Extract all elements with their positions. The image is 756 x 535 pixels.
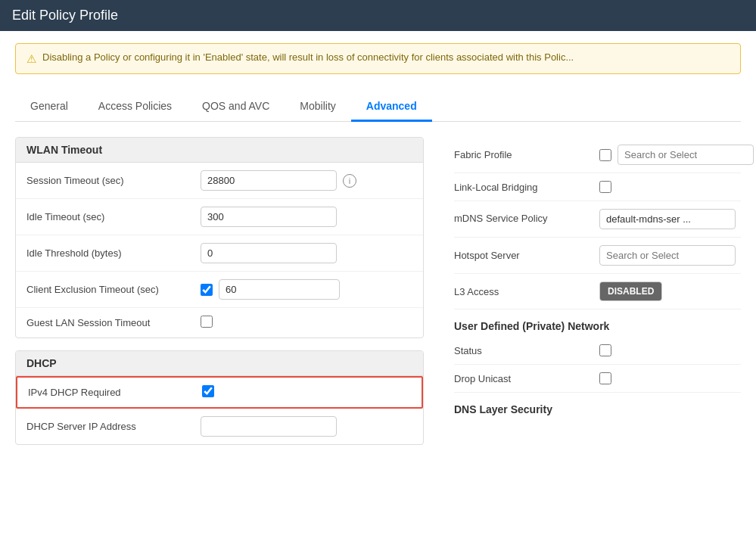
- dns-layer-security-title: DNS Layer Security: [454, 396, 741, 420]
- dhcp-server-ip-label: DHCP Server IP Address: [26, 421, 193, 432]
- idle-timeout-input[interactable]: [201, 207, 337, 227]
- ipv4-dhcp-label: IPv4 DHCP Required: [28, 387, 194, 398]
- toggle-disabled-side[interactable]: DISABLED: [600, 282, 661, 300]
- udp-status-row: Status: [454, 337, 741, 365]
- session-timeout-label: Session Timeout (sec): [26, 175, 193, 186]
- l3-access-row: L3 Access DISABLED: [454, 274, 741, 309]
- fabric-profile-control: [599, 145, 754, 165]
- page-title: Edit Policy Profile: [12, 8, 744, 23]
- fabric-profile-search[interactable]: [618, 145, 754, 165]
- tab-qos-avc[interactable]: QOS and AVC: [187, 92, 285, 122]
- mdns-value[interactable]: default-mdns-ser ...: [599, 209, 736, 229]
- tab-general[interactable]: General: [15, 92, 83, 122]
- idle-timeout-row: Idle Timeout (sec): [16, 199, 423, 235]
- warning-banner: ⚠ Disabling a Policy or configuring it i…: [15, 43, 741, 74]
- link-local-checkbox[interactable]: [599, 181, 611, 193]
- tab-mobility[interactable]: Mobility: [285, 92, 350, 122]
- mdns-label: mDNS Service Policy: [454, 213, 590, 226]
- user-defined-network-title: User Defined (Private) Network: [454, 313, 741, 337]
- warning-text: Disabling a Policy or configuring it in …: [42, 51, 574, 63]
- dhcp-section: DHCP IPv4 DHCP Required DHCP Server IP A…: [15, 350, 424, 445]
- idle-threshold-input[interactable]: [201, 243, 337, 263]
- guest-lan-control: [201, 316, 412, 330]
- client-exclusion-checkbox[interactable]: [201, 284, 213, 296]
- fabric-profile-label: Fabric Profile: [454, 149, 590, 160]
- hotspot-row: Hotspot Server: [454, 238, 741, 274]
- dhcp-server-ip-row: DHCP Server IP Address: [16, 409, 423, 444]
- page-header: Edit Policy Profile: [0, 0, 756, 31]
- drop-unicast-row: Drop Unicast: [454, 365, 741, 393]
- link-local-label: Link-Local Bridging: [454, 182, 590, 193]
- dhcp-server-ip-input[interactable]: [201, 416, 337, 437]
- tabs-container: General Access Policies QOS and AVC Mobi…: [15, 80, 741, 122]
- session-timeout-input[interactable]: [201, 170, 337, 191]
- mdns-control: default-mdns-ser ...: [599, 209, 741, 229]
- link-local-row: Link-Local Bridging: [454, 173, 741, 201]
- right-column: Fabric Profile Link-Local Bridging mDNS …: [454, 137, 741, 457]
- guest-lan-label: Guest LAN Session Timeout: [26, 317, 193, 328]
- idle-timeout-control: [201, 207, 412, 227]
- wlan-timeout-header: WLAN Timeout: [16, 138, 423, 163]
- idle-threshold-label: Idle Threshold (bytes): [26, 247, 193, 259]
- idle-threshold-control: [201, 243, 412, 263]
- guest-lan-row: Guest LAN Session Timeout: [16, 308, 423, 337]
- udp-status-label: Status: [454, 345, 590, 356]
- idle-threshold-row: Idle Threshold (bytes): [16, 235, 423, 272]
- fabric-profile-checkbox[interactable]: [599, 149, 611, 161]
- l3-access-toggle[interactable]: DISABLED: [599, 281, 662, 301]
- fabric-profile-row: Fabric Profile: [454, 137, 741, 173]
- dhcp-server-ip-control: [201, 416, 412, 437]
- client-exclusion-input[interactable]: [219, 279, 340, 300]
- client-exclusion-control: [201, 279, 412, 300]
- wlan-timeout-section: WLAN Timeout Session Timeout (sec) i Idl…: [15, 137, 424, 338]
- l3-access-label: L3 Access: [454, 286, 590, 297]
- drop-unicast-label: Drop Unicast: [454, 373, 590, 384]
- l3-access-control: DISABLED: [599, 281, 741, 301]
- guest-lan-checkbox[interactable]: [201, 316, 213, 328]
- tab-access-policies[interactable]: Access Policies: [83, 92, 187, 122]
- client-exclusion-row: Client Exclusion Timeout (sec): [16, 272, 423, 308]
- ipv4-dhcp-checkbox[interactable]: [202, 385, 214, 397]
- hotspot-label: Hotspot Server: [454, 250, 590, 261]
- mdns-row: mDNS Service Policy default-mdns-ser ...: [454, 201, 741, 238]
- udp-status-control: [599, 344, 741, 356]
- main-content: WLAN Timeout Session Timeout (sec) i Idl…: [0, 122, 756, 472]
- link-local-control: [599, 181, 741, 193]
- ipv4-dhcp-control: [202, 385, 411, 400]
- ipv4-dhcp-row: IPv4 DHCP Required: [16, 376, 423, 409]
- session-timeout-info-icon[interactable]: i: [343, 174, 356, 188]
- drop-unicast-checkbox[interactable]: [599, 372, 611, 384]
- left-column: WLAN Timeout Session Timeout (sec) i Idl…: [15, 137, 424, 457]
- hotspot-control: [599, 245, 741, 266]
- warning-icon: ⚠: [26, 52, 36, 66]
- drop-unicast-control: [599, 372, 741, 384]
- session-timeout-control: i: [201, 170, 412, 191]
- hotspot-search[interactable]: [599, 245, 736, 266]
- idle-timeout-label: Idle Timeout (sec): [26, 211, 193, 222]
- client-exclusion-label: Client Exclusion Timeout (sec): [26, 284, 193, 295]
- tab-advanced[interactable]: Advanced: [351, 92, 432, 122]
- session-timeout-row: Session Timeout (sec) i: [16, 163, 423, 199]
- dhcp-header: DHCP: [16, 351, 423, 376]
- udp-status-checkbox[interactable]: [599, 344, 611, 356]
